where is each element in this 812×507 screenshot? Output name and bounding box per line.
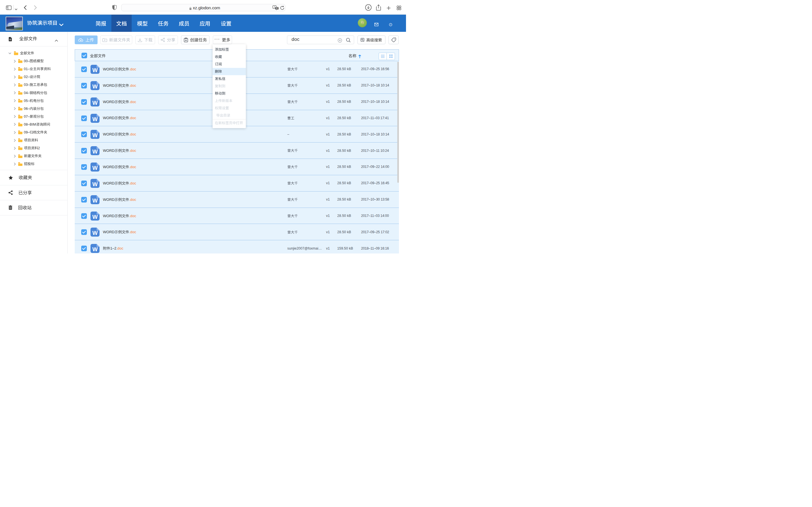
- svg-text:W: W: [92, 149, 98, 155]
- svg-text:W: W: [92, 181, 98, 187]
- svg-text:W: W: [92, 230, 98, 236]
- svg-text:W: W: [92, 116, 98, 122]
- svg-text:W: W: [92, 214, 98, 220]
- svg-text:文: 文: [276, 7, 278, 10]
- svg-text:A: A: [274, 6, 275, 8]
- svg-text:W: W: [92, 165, 98, 171]
- svg-text:W: W: [92, 197, 98, 203]
- svg-text:W: W: [92, 132, 98, 138]
- svg-text:W: W: [92, 100, 98, 106]
- svg-text:W: W: [92, 67, 98, 73]
- svg-text:?: ?: [390, 24, 391, 25]
- svg-text:W: W: [92, 246, 98, 252]
- svg-text:W: W: [92, 83, 98, 89]
